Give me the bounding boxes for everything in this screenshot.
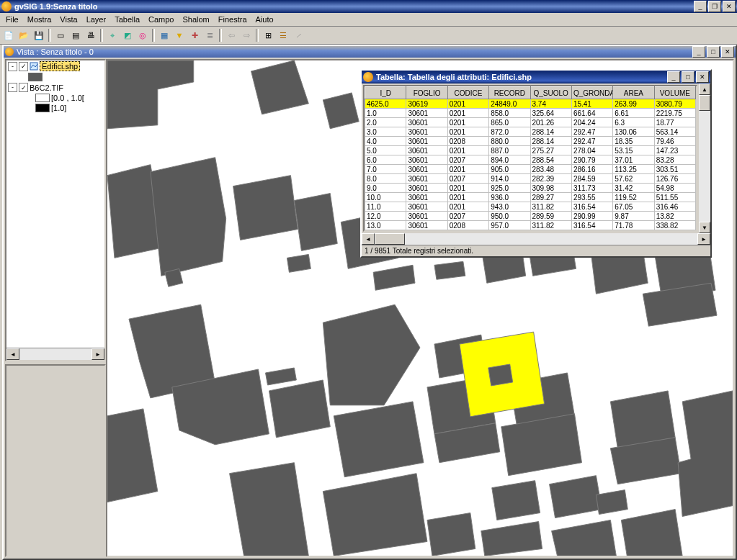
table-cell[interactable]: 263.99 (613, 99, 654, 109)
table-cell[interactable]: 83.28 (654, 155, 695, 165)
table-cell[interactable]: 286.16 (571, 165, 612, 174)
zoom-layer-icon[interactable]: ◩ (120, 28, 135, 42)
menu-layer[interactable]: Layer (82, 14, 111, 25)
locator-icon[interactable]: ◎ (135, 28, 150, 42)
table-cell[interactable]: 0201 (447, 193, 488, 202)
table-cell[interactable]: 5.0 (365, 146, 406, 155)
table-cell[interactable]: 311.82 (530, 202, 571, 212)
view-minimize-button[interactable]: _ (692, 46, 705, 58)
table-cell[interactable]: 71.78 (613, 221, 654, 230)
table-cell[interactable]: 278.04 (571, 146, 612, 155)
view-maximize-button[interactable]: □ (707, 46, 720, 58)
table-cell[interactable]: 661.64 (571, 109, 612, 118)
scroll-track[interactable] (19, 348, 91, 360)
table-cell[interactable]: 37.01 (613, 155, 654, 165)
menu-finestra[interactable]: Finestra (214, 14, 251, 25)
table-cell[interactable]: 936.0 (489, 193, 530, 202)
table-row[interactable]: 9.0306010201925.0309.98311.7331.4254.98 (365, 184, 696, 193)
table-cell[interactable]: 880.0 (489, 137, 530, 146)
table-cell[interactable]: 2.0 (365, 118, 406, 127)
layer-label-raster[interactable]: B6C2.TIF (30, 83, 63, 92)
column-header-i_d[interactable]: I_D (365, 87, 406, 99)
scroll-thumb[interactable] (699, 95, 710, 111)
table-cell[interactable]: 30601 (406, 137, 447, 146)
table-cell[interactable]: 316.54 (571, 221, 612, 230)
table-cell[interactable]: 13.0 (365, 221, 406, 230)
layer-checkbox-edifici[interactable] (19, 62, 28, 71)
layers-icon[interactable]: ≣ (202, 28, 217, 42)
table-cell[interactable]: 290.79 (571, 155, 612, 165)
table-cell[interactable]: 0201 (447, 127, 488, 137)
table-row[interactable]: 11.0306010201943.0311.82316.5467.05316.4… (365, 202, 696, 212)
table-cell[interactable]: 289.27 (530, 193, 571, 202)
layer-label-edifici[interactable]: Edifici.shp (40, 61, 80, 71)
table-row[interactable]: 4.0306010208880.0288.14292.4718.3579.46 (365, 137, 696, 146)
table-cell[interactable]: 311.73 (571, 184, 612, 193)
table-cell[interactable]: 6.3 (613, 118, 654, 127)
table-cell[interactable]: 4625.0 (365, 99, 406, 109)
scroll-right-icon[interactable]: ► (91, 348, 104, 360)
table-cell[interactable]: 887.0 (489, 146, 530, 155)
layout-icon[interactable]: ▭ (53, 28, 68, 42)
toc-hscroll[interactable]: ◄ ► (6, 348, 104, 360)
table-maximize-button[interactable]: □ (682, 71, 694, 83)
table-cell[interactable]: 30601 (406, 212, 447, 221)
table-row[interactable]: 2.0306010201865.0201.26204.246.318.77 (365, 118, 696, 127)
table-cell[interactable]: 67.05 (613, 202, 654, 212)
scroll-left-icon[interactable]: ◄ (6, 348, 19, 360)
table-cell[interactable]: 54.98 (654, 184, 695, 193)
table-cell[interactable]: 30601 (406, 174, 447, 184)
menu-tabella[interactable]: Tabella (110, 14, 144, 25)
table-cell[interactable]: 0201 (447, 118, 488, 127)
menu-shalom[interactable]: Shalom (178, 14, 213, 25)
table-cell[interactable]: 31.42 (613, 184, 654, 193)
table-cell[interactable]: 914.0 (489, 174, 530, 184)
table-cell[interactable]: 30601 (406, 193, 447, 202)
table-cell[interactable]: 0201 (447, 109, 488, 118)
layer-toc[interactable]: - Edifici.shp - B6C2.TIF (5, 59, 106, 361)
table-row[interactable]: 8.0306010207914.0282.39284.5957.62126.76 (365, 174, 696, 184)
table-row[interactable]: 7.0306010201905.0283.48286.16113.25303.5… (365, 165, 696, 174)
table-row[interactable]: 10.0306010201936.0289.27293.55119.52511.… (365, 193, 696, 202)
table-cell[interactable]: 2219.75 (654, 109, 695, 118)
chart-icon[interactable]: ✚ (187, 28, 202, 42)
table-cell[interactable]: 30601 (406, 221, 447, 230)
table-cell[interactable]: 13.82 (654, 212, 695, 221)
column-header-volume[interactable]: VOLUME (654, 87, 695, 99)
table-cell[interactable]: 30601 (406, 165, 447, 174)
table-cell[interactable]: 30601 (406, 118, 447, 127)
table-cell[interactable]: 316.46 (654, 202, 695, 212)
table-cell[interactable]: 201.26 (530, 118, 571, 127)
prev-icon[interactable]: ⇦ (224, 28, 238, 42)
table-cell[interactable]: 11.0 (365, 202, 406, 212)
restore-button[interactable]: ❐ (708, 1, 721, 12)
table-cell[interactable]: 6.0 (365, 155, 406, 165)
table-cell[interactable]: 18.77 (654, 118, 695, 127)
table-cell[interactable]: 0207 (447, 155, 488, 165)
table-cell[interactable]: 0201 (447, 184, 488, 193)
table-cell[interactable]: 30619 (406, 99, 447, 109)
table-cell[interactable]: 311.82 (530, 221, 571, 230)
grid-icon[interactable]: ⊞ (261, 28, 275, 42)
table-cell[interactable]: 30601 (406, 184, 447, 193)
table-cell[interactable]: 925.0 (489, 184, 530, 193)
table-cell[interactable]: 147.23 (654, 146, 695, 155)
table-row[interactable]: 5.0306010201887.0275.27278.0453.15147.23 (365, 146, 696, 155)
menu-campo[interactable]: Campo (144, 14, 178, 25)
table-cell[interactable]: 563.14 (654, 127, 695, 137)
table-cell[interactable]: 3.74 (530, 99, 571, 109)
table-cell[interactable]: 4.0 (365, 137, 406, 146)
table-cell[interactable]: 18.35 (613, 137, 654, 146)
table-cell[interactable]: 1.0 (365, 109, 406, 118)
table-cell[interactable]: 0201 (447, 99, 488, 109)
table-cell[interactable]: 288.54 (530, 155, 571, 165)
table-cell[interactable]: 30601 (406, 146, 447, 155)
attribute-table[interactable]: I_DFOGLIOCODICERECORDQ_SUOLOQ_GRONDAAREA… (365, 86, 696, 230)
table-row[interactable]: 6.0306010207894.0288.54290.7937.0183.28 (365, 155, 696, 165)
table-cell[interactable]: 9.87 (613, 212, 654, 221)
table-cell[interactable]: 325.64 (530, 109, 571, 118)
column-header-foglio[interactable]: FOGLIO (406, 87, 447, 99)
close-button[interactable]: ✕ (723, 1, 736, 12)
table-cell[interactable]: 15.41 (571, 99, 612, 109)
save-icon[interactable]: 💾 (32, 28, 46, 42)
